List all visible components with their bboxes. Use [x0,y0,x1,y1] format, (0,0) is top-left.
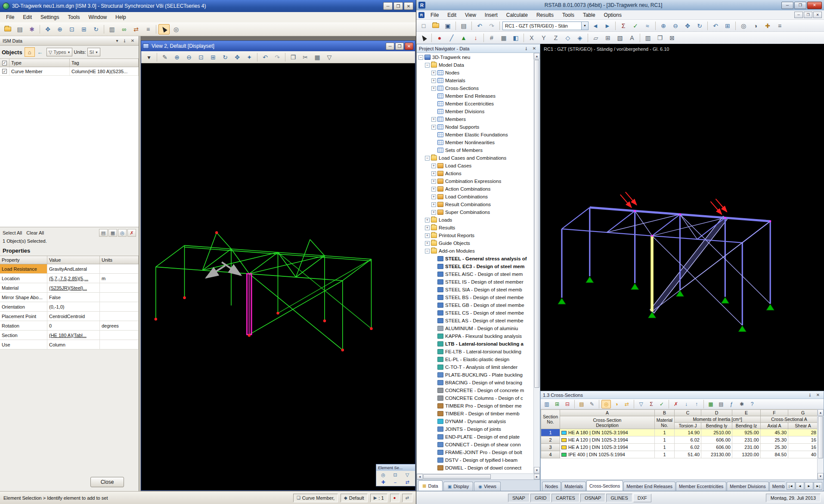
tree-item-dstv-design-of-typified-i-beam[interactable]: DSTV - Design of typified I-beam [417,456,533,464]
node-icon[interactable]: ● [434,33,445,43]
expand-icon[interactable]: + [425,226,430,230]
clear-all-button[interactable]: Clear All [26,230,44,235]
isometric-view-icon[interactable]: ◇ [562,33,573,43]
move-view-icon[interactable]: ✥ [682,21,693,31]
property-value[interactable]: GravityAndLateral [47,264,100,273]
tree-item-cross-sections[interactable]: +Cross-Sections [417,84,533,92]
menu-results[interactable]: Results [532,11,558,19]
tree-item-joints-design-of-joints[interactable]: JOINTS - Design of joints [417,425,533,433]
view-x-icon[interactable]: X [526,33,537,43]
scroll-down-icon[interactable]: ▼ [818,473,824,479]
scrollbar-thumb[interactable] [534,60,539,388]
saved-views-icon[interactable]: ▽ [324,52,335,62]
home-icon[interactable]: ⌂ [25,47,35,57]
view-attributes-icon[interactable]: ✎ [159,52,170,62]
nav-tab-views[interactable]: ◉Views [474,482,501,491]
tree-item-add-on-modules[interactable]: −Add-on Modules [417,247,533,255]
cs-delete-all-icon[interactable]: ✗ [671,400,681,408]
tree-item-printout-reports[interactable]: +Printout Reports [417,232,533,239]
element-selection-popup[interactable]: Element Se... ◎⊡▽✚−⇄ [376,464,415,486]
status-toggle-grid[interactable]: GRID [530,494,551,502]
view-previous-icon[interactable]: ↶ [260,52,271,62]
property-value[interactable]: CentroidCentroid [47,312,100,321]
menu-calculate[interactable]: Calculate [502,11,532,19]
select-all-button[interactable]: Select All [3,230,22,235]
tree-item-materials[interactable]: +Materials [417,77,533,84]
expand-icon[interactable]: + [431,171,436,176]
select-all-checkbox[interactable] [2,61,7,65]
property-value[interactable]: Column [47,340,100,349]
sync-icon[interactable]: ⇄ [130,24,142,34]
collapse-icon[interactable]: − [418,55,423,60]
close-icon[interactable]: ✕ [129,38,136,44]
cross-section-row[interactable]: 1HE A 180 | DIN 1025-3:1994114.902510.00… [541,429,818,436]
menu-table[interactable]: Table [579,11,600,19]
print-icon[interactable]: ▤ [14,24,25,34]
tree-item-frame-joint-pro-design-of-bolt[interactable]: FRAME-JOINT Pro - Design of bolt [417,448,533,456]
expand-icon[interactable]: + [431,164,436,168]
tree-item-member-divisions[interactable]: Member Divisions [417,108,533,115]
tree-item-result-combinations[interactable]: +Result Combinations [417,201,533,208]
status-toggle-dxf[interactable]: DXF [633,494,651,502]
report-icon[interactable]: ▤ [99,229,108,237]
collapse-icon[interactable]: − [425,156,430,161]
tree-item-timber-design-of-timber-memb[interactable]: TIMBER - Design of timber memb [417,410,533,417]
cs-units-icon[interactable]: ✱ [737,400,747,408]
rotate-view-icon[interactable]: ↻ [90,24,102,34]
next-table-button[interactable]: ► [805,482,813,490]
select-shape-icon[interactable]: ▽ [401,471,413,479]
mdi-minimize-button[interactable]: ─ [794,12,803,18]
view-title-bar[interactable]: View 2, Default [Displayset] ─❐✕ [141,41,415,51]
selected-cross-section-member[interactable] [651,236,654,312]
next-load-case-icon[interactable]: ► [602,21,613,31]
tree-item-loads[interactable]: +Loads [417,216,533,224]
tree-item-steel-cs-design-of-steel-membe[interactable]: STEEL CS - Design of steel membe [417,309,533,317]
navigator-horizontal-scrollbar[interactable]: ◄ ► [417,473,540,479]
title-bar[interactable]: R RSTAB 8.01.0073 (64bit) - [3D-Tragwerk… [416,0,824,10]
cs-import-icon[interactable]: ↓ [682,400,691,408]
work-plane-icon[interactable]: ▱ [590,33,601,43]
tree-item-nodal-supports[interactable]: +Nodal Supports [417,123,533,131]
zoom-out-icon[interactable]: ⊖ [670,21,681,31]
units-column-header[interactable]: Units [100,256,139,264]
property-row[interactable]: UseColumn [0,340,139,349]
close-icon[interactable]: ✕ [531,46,538,52]
zoom-window-icon[interactable]: ⊡ [66,24,77,34]
table-tab-nodes[interactable]: Nodes [542,482,561,491]
cross-section-row[interactable]: 2HE A 120 | DIN 1025-3:199416.02606.0023… [541,436,818,444]
open-icon[interactable] [2,24,13,34]
new-file-icon[interactable]: □ [418,21,429,31]
select-individual-icon[interactable]: ◎ [377,471,389,479]
maximize-button[interactable]: ❐ [393,2,403,10]
property-row[interactable]: Section(HE 180 A)(Tabl... [0,331,139,340]
close-button[interactable]: ✕ [807,2,822,9]
table-tab-member-divisions[interactable]: Member Divisions [727,482,768,491]
property-row[interactable]: Location(5,7,-7.5,2.85)(5,...m [0,274,139,283]
tree-item-fe-ltb-lateral-torsional-bucklin[interactable]: FE-LTB - Lateral-torsional buckling [417,348,533,356]
expand-icon[interactable]: + [431,125,436,130]
select-icon[interactable] [418,33,429,43]
grid-icon[interactable]: ⊞ [602,33,613,43]
select-arrow-icon[interactable] [158,24,170,34]
fit-view-icon[interactable]: ⊞ [78,24,90,34]
load-icon[interactable]: ↓ [470,33,481,43]
pin-icon[interactable]: ⊸ [524,45,530,52]
layers-icon[interactable]: ≡ [142,24,154,34]
cs-calc-icon[interactable]: Σ [647,400,656,408]
property-row[interactable]: Mirror Shape Abo...False [0,293,139,302]
table-tab-members[interactable]: Members [769,482,785,491]
tree-item-results[interactable]: +Results [417,224,533,232]
nav-tab-data[interactable]: ▦Data [418,480,443,491]
tree-item-concrete-columns-design-of-c[interactable]: CONCRETE Columns - Design of c [417,394,533,402]
selection-count-field[interactable]: ▶: 1 [370,494,387,502]
expand-icon[interactable]: + [431,179,436,184]
object-row[interactable]: Curve Member Column(HE 180 A)(S235... [0,67,139,76]
scrollbar-thumb[interactable] [423,474,491,479]
objects-list-area[interactable] [0,76,139,227]
expand-icon[interactable]: + [431,78,436,83]
cs-insert-row-icon[interactable]: ⊞ [552,400,562,408]
tree-item-steel-sia-design-of-steel-memb[interactable]: STEEL SIA - Design of steel memb [417,286,533,294]
settings-icon[interactable]: ✱ [26,24,37,34]
property-row[interactable]: Placement PointCentroidCentroid [0,312,139,321]
tree-item-actions[interactable]: +Actions [417,170,533,177]
